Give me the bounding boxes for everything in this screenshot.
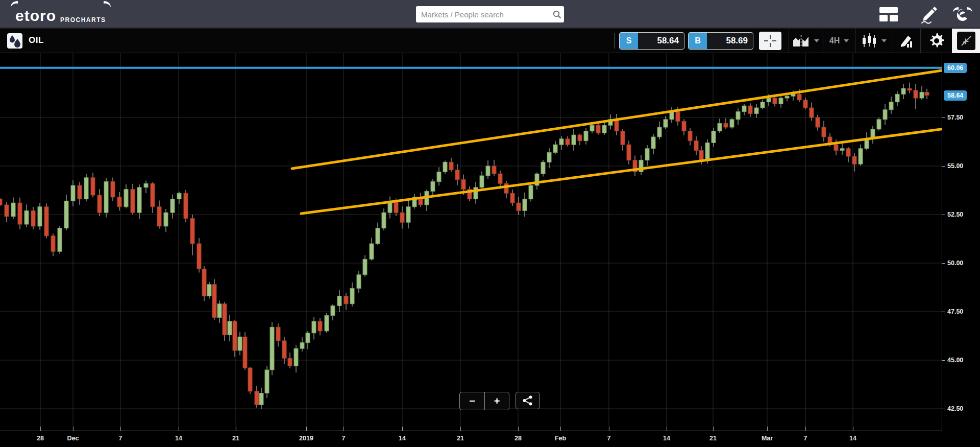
procharts-label: PROCHARTS (60, 16, 106, 23)
date-label: 14 (849, 435, 856, 442)
price-label: 55.00 (947, 162, 963, 170)
price-axis[interactable]: 57.5055.0052.5050.0047.5045.0042.5060.06… (942, 53, 980, 431)
date-tick (40, 427, 41, 431)
chevron-down-icon (881, 39, 887, 42)
sell-price: 58.64 (638, 33, 684, 49)
date-tick (73, 427, 74, 431)
interval-label: 4H (829, 36, 840, 45)
price-tick (942, 409, 945, 409)
zoom-controls: − + (459, 392, 509, 410)
date-tick (805, 427, 806, 431)
search-input[interactable] (416, 10, 550, 19)
candlestick-icon (861, 33, 877, 49)
price-tick (942, 360, 945, 361)
last-price-badge: 58.64 (944, 90, 967, 101)
date-tick (767, 427, 768, 431)
date-label: Dec (67, 435, 79, 442)
date-tick (667, 427, 667, 431)
chevron-down-icon (814, 39, 819, 42)
date-label: 7 (342, 435, 346, 442)
draw-button[interactable] (892, 29, 920, 53)
date-label: 21 (457, 435, 464, 442)
date-label: 21 (709, 435, 717, 442)
date-axis-line (0, 431, 942, 431)
settings-button[interactable] (920, 29, 952, 53)
date-label: Feb (555, 435, 566, 442)
date-tick (236, 427, 236, 431)
buy-button[interactable]: B 58.69 (688, 32, 753, 50)
price-tick (942, 312, 945, 312)
market-search (416, 6, 564, 22)
buy-label: B (689, 33, 707, 49)
divider (615, 33, 615, 49)
date-label: 14 (663, 435, 670, 442)
date-label: 7 (607, 435, 611, 442)
gear-icon (929, 33, 944, 49)
collapse-button[interactable] (952, 29, 980, 53)
sell-label: S (620, 33, 638, 49)
date-tick (853, 427, 853, 431)
price-label: 47.50 (947, 308, 963, 315)
date-tick (306, 427, 307, 431)
procharts-app: etoro PROCHARTS (0, 0, 980, 447)
price-label: 45.00 (947, 357, 963, 364)
collapse-icon (957, 32, 975, 50)
chart-plot[interactable]: − + (0, 53, 942, 431)
date-tick (518, 427, 519, 431)
date-tick (344, 427, 344, 431)
price-tick (942, 117, 945, 118)
pencil-icon[interactable] (918, 5, 938, 27)
date-label: 2019 (299, 435, 313, 442)
compare-button[interactable] (789, 29, 823, 53)
zoom-out-button[interactable]: − (460, 392, 484, 410)
date-tick (713, 427, 714, 431)
candlestick-chart (0, 53, 942, 431)
price-label: 42.50 (947, 405, 963, 412)
date-tick (609, 427, 609, 431)
price-label: 57.50 (947, 114, 963, 121)
date-label: 28 (514, 435, 522, 442)
share-icon (523, 395, 533, 406)
date-axis[interactable]: 28Dec7142120197142128Feb71421Mar714 (0, 431, 980, 447)
date-tick (402, 427, 403, 431)
price-tick (942, 215, 945, 215)
brush-icon (899, 34, 914, 48)
sell-button[interactable]: S 58.64 (619, 32, 684, 50)
etoro-logo-text: etoro (15, 7, 56, 25)
zoom-in-button[interactable]: + (484, 392, 509, 410)
share-button[interactable] (516, 392, 540, 409)
date-label: Mar (762, 435, 773, 442)
price-tick (942, 263, 945, 264)
bull-horn-icon (10, 1, 18, 8)
price-label: 52.50 (947, 211, 963, 218)
crosshair-button[interactable] (759, 32, 781, 50)
date-label: 14 (175, 435, 182, 442)
buy-price: 58.69 (707, 33, 753, 49)
chevron-down-icon (844, 39, 849, 42)
date-label: 28 (37, 435, 44, 442)
oil-symbol-icon (7, 33, 22, 49)
symbol-name: OIL (29, 35, 44, 45)
date-tick (120, 427, 121, 431)
compare-charts-icon (793, 34, 810, 48)
date-tick (179, 427, 179, 431)
date-label: 7 (119, 435, 122, 442)
price-label: 50.00 (947, 260, 963, 267)
date-label: 21 (232, 435, 239, 442)
date-tick (460, 427, 461, 431)
date-label: 14 (399, 435, 406, 442)
search-icon[interactable] (550, 10, 564, 19)
resistance-badge: 60.06 (944, 63, 967, 73)
crosshair-icon (764, 34, 777, 48)
date-tick (560, 427, 561, 431)
chart-header: OIL S 58.64 B 58.69 4H (0, 29, 980, 53)
etoro-e-icon[interactable] (952, 5, 973, 26)
price-tick (942, 166, 945, 167)
interval-button[interactable]: 4H (823, 29, 855, 53)
bull-horn-icon (103, 1, 111, 8)
date-label: 7 (804, 435, 807, 442)
topbar: etoro PROCHARTS (0, 0, 980, 29)
chart-type-button[interactable] (855, 29, 892, 53)
layout-icon[interactable] (879, 7, 898, 23)
etoro-logo[interactable]: etoro PROCHARTS (15, 4, 106, 25)
